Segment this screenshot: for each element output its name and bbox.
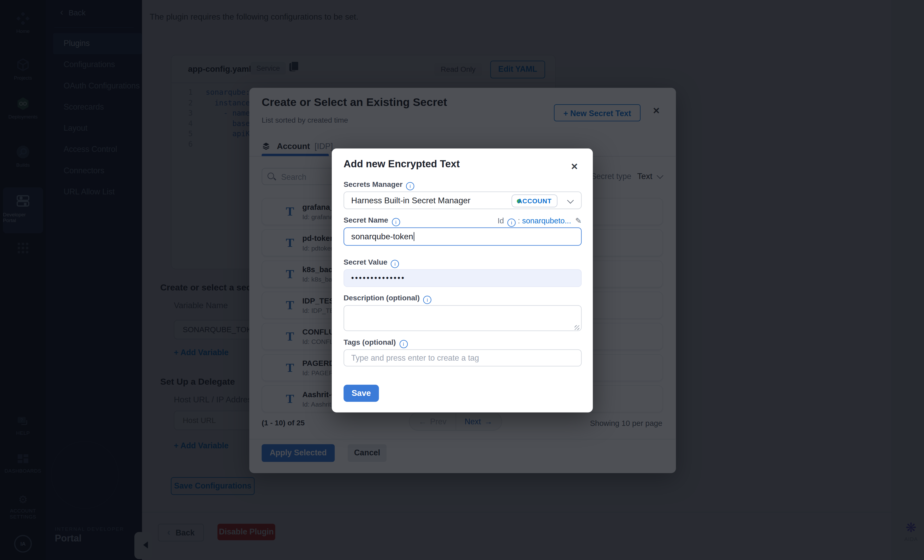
info-icon xyxy=(507,219,516,227)
save-button[interactable]: Save xyxy=(344,385,379,401)
secret-name-value: sonarqube-token xyxy=(351,232,413,241)
secrets-manager-label: Secrets Manager xyxy=(344,180,414,190)
label-text: Secrets Manager xyxy=(344,180,402,189)
secret-name-label: Secret Name xyxy=(344,216,400,226)
id-separator: : xyxy=(516,216,522,225)
close-icon[interactable] xyxy=(571,162,578,172)
select-value: Harness Built-in Secret Manager xyxy=(351,196,471,205)
secret-value-input[interactable]: •••••••••••••• xyxy=(344,269,582,287)
label-text: Description (optional) xyxy=(344,294,420,302)
secret-name-input[interactable]: sonarqube-token xyxy=(344,227,582,246)
modal-title: Add new Encrypted Text xyxy=(344,159,460,170)
chevron-down-icon xyxy=(567,197,574,204)
info-icon xyxy=(399,340,408,348)
add-encrypted-text-modal: Add new Encrypted Text Secrets Manager H… xyxy=(332,148,593,412)
secrets-manager-select[interactable]: Harness Built-in Secret Manager ACCOUNT xyxy=(344,192,582,209)
tags-input[interactable] xyxy=(344,349,582,366)
secret-id-line: Id : sonarqubeto... xyxy=(498,216,582,227)
info-icon xyxy=(391,260,399,268)
account-scope-badge: ACCOUNT xyxy=(512,195,558,207)
text-caret xyxy=(414,232,414,241)
description-label: Description (optional) xyxy=(344,294,432,304)
info-icon xyxy=(392,218,400,226)
secret-value-label: Secret Value xyxy=(344,258,399,268)
label-text: Secret Value xyxy=(344,258,387,267)
label-text: Secret Name xyxy=(344,216,388,225)
label-text: Tags (optional) xyxy=(344,338,396,347)
info-icon xyxy=(406,182,414,190)
description-textarea[interactable] xyxy=(344,305,582,331)
edit-pencil-icon[interactable] xyxy=(575,216,582,225)
app-root: Home Projects Deployments Builds xyxy=(0,0,924,560)
id-label: Id xyxy=(498,216,504,225)
info-icon xyxy=(423,296,432,304)
secret-id-value[interactable]: sonarqubeto... xyxy=(522,216,571,225)
tags-label: Tags (optional) xyxy=(344,338,408,348)
